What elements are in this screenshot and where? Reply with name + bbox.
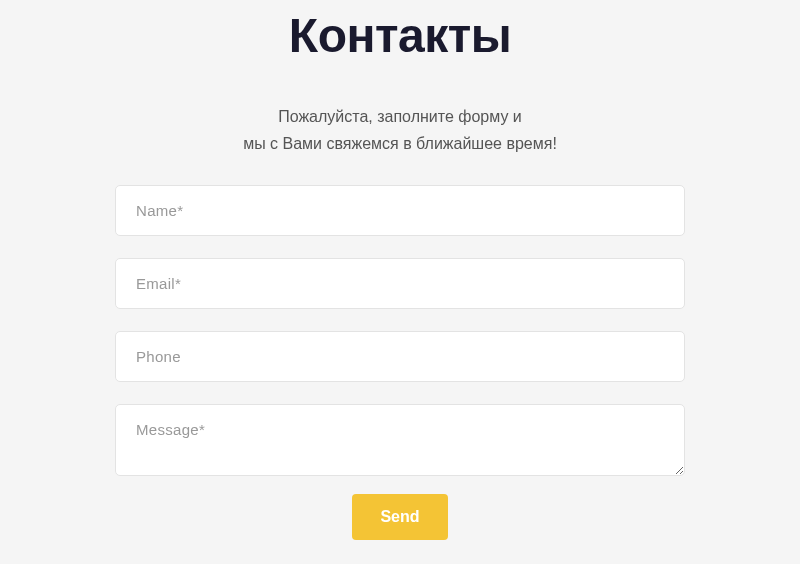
email-input[interactable] [115, 258, 685, 309]
message-textarea[interactable] [115, 404, 685, 476]
name-input[interactable] [115, 185, 685, 236]
send-button[interactable]: Send [352, 494, 447, 540]
subtitle-line-1: Пожалуйста, заполните форму и [243, 103, 557, 130]
subtitle-line-2: мы с Вами свяжемся в ближайшее время! [243, 130, 557, 157]
page-subtitle: Пожалуйста, заполните форму и мы с Вами … [243, 103, 557, 157]
phone-input[interactable] [115, 331, 685, 382]
contact-form: Send [115, 185, 685, 540]
page-heading: Контакты [289, 8, 511, 63]
